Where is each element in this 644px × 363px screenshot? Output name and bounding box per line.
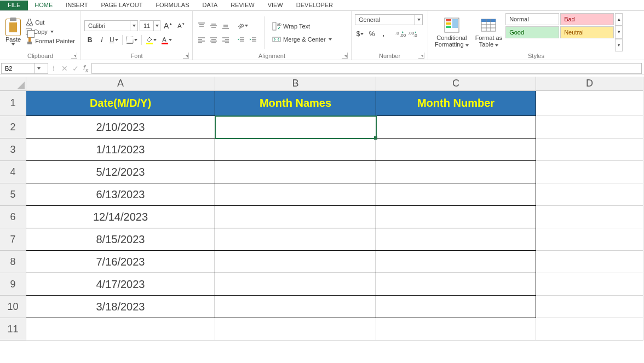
orientation-button[interactable]: ab (235, 20, 250, 31)
row-header-6[interactable]: 6 (0, 206, 26, 228)
cell-C11[interactable] (376, 318, 536, 341)
cell-C8[interactable] (376, 251, 536, 273)
align-top-button[interactable] (196, 20, 207, 31)
tab-review[interactable]: REVIEW (224, 1, 261, 10)
cell-C6[interactable] (376, 206, 536, 228)
decrease-indent-button[interactable] (235, 34, 246, 45)
row-header-1[interactable]: 1 (0, 91, 26, 116)
cell-A11[interactable] (26, 318, 215, 341)
cell-C7[interactable] (376, 228, 536, 251)
row-header-2[interactable]: 2 (0, 116, 26, 139)
style-normal[interactable]: Normal (505, 13, 559, 25)
format-as-table-button[interactable]: Format as Table (472, 13, 506, 51)
dialog-launcher[interactable] (342, 53, 348, 59)
cell-D2[interactable] (536, 116, 643, 139)
row-header-4[interactable]: 4 (0, 161, 26, 183)
cell-C4[interactable] (376, 161, 536, 183)
cell-D7[interactable] (536, 228, 643, 251)
align-bottom-button[interactable] (220, 20, 231, 31)
styles-scroll-up[interactable]: ▲ (615, 13, 623, 26)
col-header-D[interactable]: D (536, 77, 643, 91)
tab-view[interactable]: VIEW (261, 1, 290, 10)
cell-A5[interactable]: 6/13/2023 (26, 183, 215, 206)
fill-color-button[interactable] (144, 34, 158, 45)
col-header-C[interactable]: C (376, 77, 536, 91)
underline-button[interactable]: U (108, 34, 120, 45)
row-header-3[interactable]: 3 (0, 139, 26, 161)
cell-D5[interactable] (536, 183, 643, 206)
cancel-formula-button[interactable]: ✕ (61, 64, 68, 73)
cell-D11[interactable] (536, 318, 643, 341)
cell-C3[interactable] (376, 139, 536, 161)
row-header-8[interactable]: 8 (0, 251, 26, 273)
cell-A1[interactable]: Date(M/D/Y) (26, 91, 215, 116)
bold-button[interactable]: B (84, 34, 95, 45)
shrink-font-button[interactable]: A▼ (176, 22, 186, 29)
name-box[interactable] (1, 63, 48, 74)
style-neutral[interactable]: Neutral (560, 26, 614, 38)
cell-A10[interactable]: 3/18/2023 (26, 296, 215, 318)
col-header-B[interactable]: B (215, 77, 376, 91)
italic-button[interactable]: I (96, 34, 107, 45)
row-header-11[interactable]: 11 (0, 318, 26, 341)
style-bad[interactable]: Bad (560, 13, 614, 25)
cell-D1[interactable] (536, 91, 643, 116)
tab-home[interactable]: HOME (28, 1, 59, 10)
cell-D9[interactable] (536, 273, 643, 296)
cell-A3[interactable]: 1/11/2023 (26, 139, 215, 161)
increase-indent-button[interactable] (248, 34, 258, 45)
cell-C2[interactable] (376, 116, 536, 139)
font-color-button[interactable]: A (159, 34, 174, 45)
borders-button[interactable] (125, 34, 139, 45)
font-name-combo[interactable]: Calibri (84, 20, 138, 31)
cell-D8[interactable] (536, 251, 643, 273)
copy-button[interactable]: Copy (25, 28, 76, 36)
cut-button[interactable]: Cut (25, 18, 76, 27)
tab-developer[interactable]: DEVELOPER (290, 1, 340, 10)
percent-button[interactable]: % (366, 28, 377, 39)
cell-C9[interactable] (376, 273, 536, 296)
dialog-launcher[interactable] (183, 53, 189, 59)
enter-formula-button[interactable]: ✓ (72, 64, 79, 73)
align-center-button[interactable] (208, 34, 219, 45)
decrease-decimal-button[interactable]: .00.0 (407, 28, 419, 39)
format-painter-button[interactable]: Format Painter (25, 37, 76, 45)
number-format-combo[interactable]: General (355, 14, 423, 25)
name-box-expand[interactable]: ⁞ (48, 64, 59, 72)
cell-B11[interactable] (215, 318, 376, 341)
grow-font-button[interactable]: A▲ (162, 21, 174, 30)
cell-A2[interactable]: 2/10/2023 (26, 116, 215, 139)
align-left-button[interactable] (196, 34, 207, 45)
wrap-text-button[interactable]: abWrap Text (270, 21, 335, 32)
tab-insert[interactable]: INSERT (59, 1, 94, 10)
cell-D3[interactable] (536, 139, 643, 161)
paste-button[interactable]: Paste (3, 12, 23, 51)
cell-D6[interactable] (536, 206, 643, 228)
cell-B9[interactable] (215, 273, 376, 296)
row-header-9[interactable]: 9 (0, 273, 26, 296)
cell-B8[interactable] (215, 251, 376, 273)
name-box-input[interactable] (2, 65, 34, 72)
dialog-launcher[interactable] (71, 53, 77, 59)
tab-file[interactable]: FILE (0, 1, 28, 10)
style-good[interactable]: Good (505, 26, 559, 38)
row-header-5[interactable]: 5 (0, 183, 26, 206)
row-header-10[interactable]: 10 (0, 296, 26, 318)
cell-D4[interactable] (536, 161, 643, 183)
tab-data[interactable]: DATA (196, 1, 225, 10)
cell-C5[interactable] (376, 183, 536, 206)
cell-B6[interactable] (215, 206, 376, 228)
cell-C10[interactable] (376, 296, 536, 318)
cell-A4[interactable]: 5/12/2023 (26, 161, 215, 183)
cell-B2[interactable] (215, 116, 376, 139)
styles-scroll-down[interactable]: ▼ (615, 26, 623, 38)
cell-C1[interactable]: Month Number (376, 91, 536, 116)
cell-A7[interactable]: 8/15/2023 (26, 228, 215, 251)
align-right-button[interactable] (220, 34, 231, 45)
dialog-launcher[interactable] (418, 53, 424, 59)
tab-page-layout[interactable]: PAGE LAYOUT (94, 1, 149, 10)
cell-B10[interactable] (215, 296, 376, 318)
conditional-formatting-button[interactable]: Conditional Formatting (432, 13, 472, 51)
row-header-7[interactable]: 7 (0, 228, 26, 251)
cell-A8[interactable]: 7/16/2023 (26, 251, 215, 273)
